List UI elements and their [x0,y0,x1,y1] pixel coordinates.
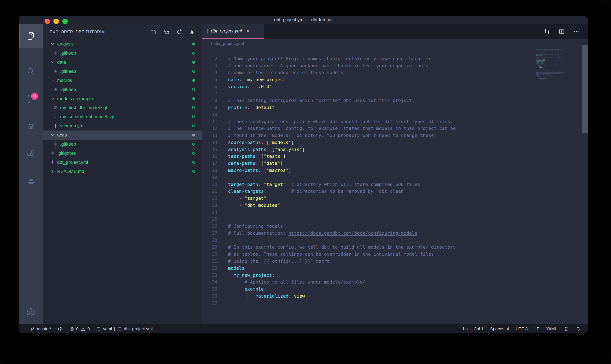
tree-item-gitkeep[interactable]: .gitkeepU [43,49,202,58]
code-line-13[interactable]: 13# found in the "models/" directory. Yo… [202,132,535,139]
code-editor[interactable]: 12# Name your project! Project names sho… [202,48,535,324]
status-git-branch[interactable]: master* [30,326,52,332]
editor-scrollbar[interactable] [582,45,588,133]
code-line-33[interactable]: 33 my_new_project: [202,272,535,279]
activity-extensions[interactable] [19,140,43,167]
status-publish-changes[interactable] [58,326,63,332]
more-actions-button[interactable] [573,28,580,35]
tree-item-analysis[interactable]: analysis [43,39,202,49]
tree-item-my-first-dbt-model-sql[interactable]: my_first_dbt_model.sqlU [43,103,202,112]
line-number: 25 [202,216,217,223]
line-number: 29 [202,244,217,251]
code-line-31[interactable]: 31# using the `{{ config(...) }}` macro. [202,258,535,265]
activity-source-control[interactable]: 11 [19,85,43,113]
collapse-folders-button[interactable] [189,29,195,35]
code-line-27[interactable]: 27# Full documentation: https://docs.get… [202,230,535,237]
activity-debug[interactable] [19,113,43,140]
line-content: data-paths: ["data"] [536,62,543,63]
code-line-12[interactable]: 12# The `source-paths` config, for examp… [202,125,535,132]
code-line-19[interactable]: 19 [202,174,535,181]
activity-explorer[interactable] [19,24,43,48]
code-line-16[interactable]: 16test-paths: ["tests"] [202,153,535,160]
code-line-36[interactable]: 36 materialized: view [202,293,535,300]
status-cursor-position[interactable]: Ln 1, Col 1 [463,326,483,331]
status-problems[interactable]: 00 [69,326,90,332]
code-line-7[interactable]: 7 [202,90,535,97]
new-file-button[interactable] [151,29,157,35]
tree-item-schema-yml[interactable]: !schema.ymlU [43,121,202,130]
code-line-4[interactable]: 4# name or the intended use of these mod… [202,69,535,76]
activity-docker[interactable] [19,168,43,195]
status-encoding[interactable]: UTF-8 [516,326,528,331]
tree-item-macros[interactable]: macros [43,76,202,85]
status-eol[interactable]: LF [534,326,539,331]
status-language-mode[interactable]: YAML [546,326,557,331]
code-line-28[interactable]: 28 [202,237,535,244]
tree-item-gitkeep[interactable]: .gitkeepU [43,85,202,94]
line-number: 4 [202,69,217,76]
tree-item-data[interactable]: data [43,58,202,67]
close-tab-icon[interactable] [246,29,250,33]
code-line-24[interactable]: 24 [202,209,535,216]
code-line-17[interactable]: 17data-paths: ["data"] [202,160,535,167]
line-content: # The `source-paths` config, for example… [228,126,456,131]
title-bar[interactable]: dbt_project.yml — dbt-tutorial [19,16,588,24]
code-line-30[interactable]: 30# as tables. These settings can be ove… [202,251,535,258]
code-line-9[interactable]: 9profile: 'default' [202,104,535,111]
line-content: clean-targets: # directories to be remov… [228,189,406,194]
code-line-34[interactable]: 34 # Applies to all files under models/e… [202,279,535,286]
code-line-15[interactable]: 15analysis-paths: ["analysis"] [202,146,535,153]
line-content: # Applies to all files under models/exam… [536,77,553,77]
code-line-22[interactable]: 22 - "target" [202,195,535,202]
line-content: name: 'my_new_project' [228,77,288,82]
code-line-20[interactable]: 20target-path: "target" # directory whic… [202,181,535,188]
status-notifications[interactable] [576,326,581,332]
tree-item-tests[interactable]: tests [43,130,202,140]
code-line-35[interactable]: 35 example: [202,286,535,293]
code-line-11[interactable]: 11# These configurations specify where d… [202,118,535,125]
minimap[interactable]: 12# Name your project! Project names sho… [536,48,583,172]
warning-icon [80,326,85,332]
code-line-6[interactable]: 6version: '1.0.0' [202,83,535,90]
code-line-1[interactable]: 1 [202,48,535,55]
debug-icon [26,122,36,131]
tree-item-dbt-project-yml[interactable]: !dbt_project.ymlU [43,158,202,167]
tree-item-gitkeep[interactable]: .gitkeepU [43,140,202,149]
code-line-25[interactable]: 25 [202,216,535,223]
file-label: README.md [57,169,84,174]
status-yaml-language-status[interactable]: yaml|dbt_project.yml [96,326,153,332]
refresh-explorer-button[interactable] [176,29,182,35]
tree-item-gitkeep[interactable]: .gitkeepU [43,67,202,76]
line-number: 1 [202,48,217,55]
status-indentation[interactable]: Spaces: 4 [490,326,509,331]
open-changes-button[interactable] [544,28,550,35]
activity-search[interactable] [19,58,43,85]
code-line-37[interactable]: 37 [202,300,535,307]
code-line-3[interactable]: 3# and underscores. A good package name … [202,62,535,69]
diff-icon [544,28,550,35]
activity-settings[interactable] [19,299,43,326]
status-feedback[interactable] [564,326,569,332]
code-line-29[interactable]: 29# In this example config, we tell dbt … [202,244,535,251]
collapse-all-icon [189,29,195,35]
code-line-2[interactable]: 2# Name your project! Project names shou… [202,55,535,62]
code-line-26[interactable]: 26# Configuring models [202,223,535,230]
tree-item-models-example[interactable]: models / example [43,94,202,103]
code-line-23[interactable]: 23 - "dbt_modules" [202,202,535,209]
new-folder-button[interactable] [163,29,169,35]
code-line-21[interactable]: 21clean-targets: # directories to be rem… [202,188,535,195]
tab-dbt-project-yml[interactable]: ! dbt_project.yml [202,24,264,39]
breadcrumb[interactable]: ! dbt_project.yml [202,39,588,48]
split-editor-button[interactable] [558,28,565,35]
tree-item-my-second-dbt-model-sql[interactable]: my_second_dbt_model.sqlU [43,112,202,121]
code-line-14[interactable]: 14source-paths: ["models"] [202,139,535,146]
code-line-10[interactable]: 10 [202,111,535,118]
tree-item-gitignore[interactable]: .gitignoreU [43,149,202,158]
code-line-5[interactable]: 5name: 'my_new_project' [202,76,535,83]
tree-item-readme-md[interactable]: README.mdU [43,167,202,176]
code-line-18[interactable]: 18macro-paths: ["macros"] [202,167,535,174]
line-content: # These configurations specify where dbt… [536,57,564,57]
code-line-32[interactable]: 32models: [202,265,535,272]
code-line-8[interactable]: 8# This setting configures which "profil… [202,97,535,104]
line-content: source-paths: ["models"] [536,59,544,60]
